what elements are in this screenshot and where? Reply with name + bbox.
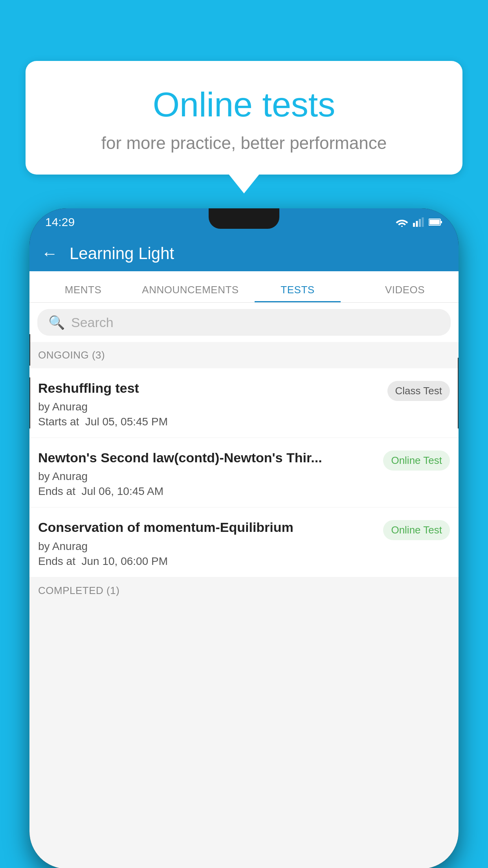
test-author-newtons: by Anurag — [38, 470, 375, 483]
status-icons — [396, 217, 443, 227]
phone-frame: 14:29 ← Learni — [29, 208, 459, 868]
search-bar-wrapper: 🔍 Search — [29, 303, 459, 342]
app-header: ← Learning Light — [29, 236, 459, 271]
svg-rect-1 — [413, 223, 415, 227]
svg-point-0 — [401, 226, 403, 227]
power-button[interactable] — [458, 358, 459, 428]
status-bar: 14:29 — [29, 208, 459, 236]
svg-rect-6 — [440, 221, 442, 223]
tab-announcements[interactable]: ANNOUNCEMENTS — [137, 284, 244, 302]
camera-notch — [209, 208, 279, 229]
battery-icon — [429, 218, 443, 226]
wifi-icon — [396, 217, 408, 227]
test-date-conservation: Ends at Jun 10, 06:00 PM — [38, 555, 375, 568]
tabs-bar: MENTS ANNOUNCEMENTS TESTS VIDEOS — [29, 271, 459, 303]
test-date-newtons: Ends at Jul 06, 10:45 AM — [38, 485, 375, 498]
tab-tests[interactable]: TESTS — [244, 284, 351, 302]
volume-down-button[interactable] — [29, 377, 30, 428]
test-name-reshuffling: Reshuffling test — [38, 379, 380, 397]
tab-videos[interactable]: VIDEOS — [351, 284, 459, 302]
svg-rect-2 — [416, 221, 418, 227]
speech-bubble: Online tests for more practice, better p… — [26, 61, 462, 175]
test-item-conservation[interactable]: Conservation of momentum-Equilibrium by … — [29, 508, 459, 577]
test-name-newtons: Newton's Second law(contd)-Newton's Thir… — [38, 449, 375, 466]
test-info-newtons: Newton's Second law(contd)-Newton's Thir… — [38, 449, 383, 498]
test-author-conservation: by Anurag — [38, 540, 375, 553]
search-placeholder: Search — [71, 315, 114, 330]
back-button[interactable]: ← — [41, 244, 58, 263]
search-bar[interactable]: 🔍 Search — [37, 309, 451, 336]
svg-rect-4 — [422, 217, 424, 227]
badge-class-test: Class Test — [387, 381, 450, 401]
status-time: 14:29 — [45, 215, 75, 229]
test-item-reshuffling[interactable]: Reshuffling test by Anurag Starts at Jul… — [29, 368, 459, 438]
signal-icon — [413, 217, 424, 227]
badge-online-test-newtons: Online Test — [383, 451, 450, 471]
volume-up-button[interactable] — [29, 334, 30, 366]
badge-online-test-conservation: Online Test — [383, 520, 450, 540]
search-icon: 🔍 — [48, 314, 65, 330]
ongoing-section-header: ONGOING (3) — [29, 342, 459, 368]
bubble-title: Online tests — [57, 85, 431, 125]
bubble-subtitle: for more practice, better performance — [57, 133, 431, 153]
content-area: 🔍 Search ONGOING (3) Reshuffling test by… — [29, 303, 459, 868]
tab-ments[interactable]: MENTS — [29, 284, 137, 302]
test-info-conservation: Conservation of momentum-Equilibrium by … — [38, 519, 383, 567]
test-item-newtons[interactable]: Newton's Second law(contd)-Newton's Thir… — [29, 438, 459, 508]
app-title: Learning Light — [70, 244, 174, 263]
test-author-reshuffling: by Anurag — [38, 401, 380, 413]
svg-rect-7 — [429, 220, 440, 224]
test-date-reshuffling: Starts at Jul 05, 05:45 PM — [38, 416, 380, 428]
test-name-conservation: Conservation of momentum-Equilibrium — [38, 519, 375, 536]
test-info-reshuffling: Reshuffling test by Anurag Starts at Jul… — [38, 379, 387, 428]
completed-section-header: COMPLETED (1) — [29, 577, 459, 604]
svg-rect-3 — [419, 219, 421, 227]
